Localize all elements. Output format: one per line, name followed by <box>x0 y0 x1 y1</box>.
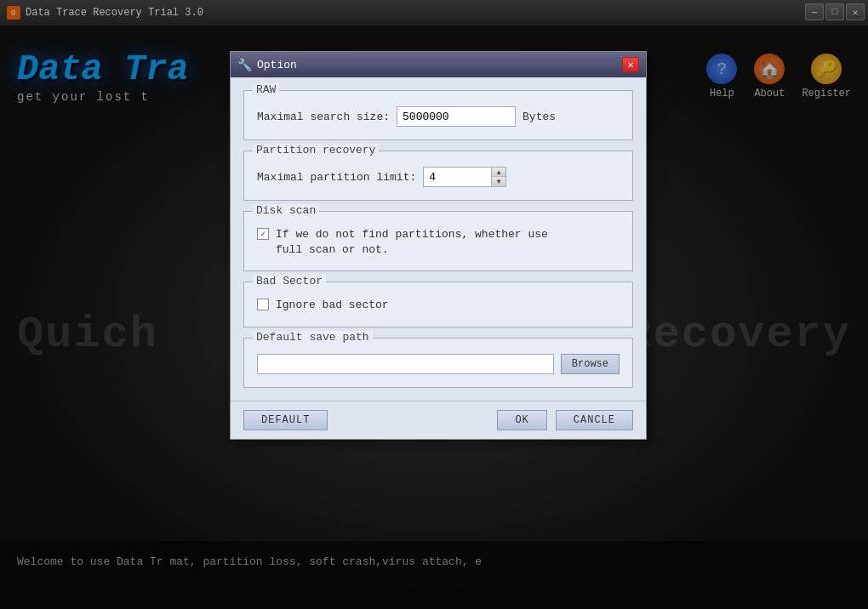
save-path-input[interactable] <box>257 354 554 374</box>
bad-sector-label: Bad Sector <box>253 275 326 287</box>
bytes-label: Bytes <box>523 111 556 123</box>
spinner-down-button[interactable]: ▼ <box>492 177 505 186</box>
ignore-bad-sector-label: Ignore bad sector <box>276 298 389 313</box>
browse-button[interactable]: Browse <box>561 354 620 374</box>
default-save-path-section: Default save path Browse <box>243 338 633 388</box>
cancel-button[interactable]: CANCLE <box>556 410 633 430</box>
disk-scan-checkbox-label: If we do not find partitions, whether us… <box>276 227 548 258</box>
ignore-bad-sector-checkbox[interactable] <box>257 299 269 310</box>
spinner-buttons: ▲ ▼ <box>491 167 506 187</box>
save-path-row: Browse <box>257 354 620 374</box>
bad-sector-section: Bad Sector Ignore bad sector <box>243 282 633 327</box>
raw-section: RAW Maximal search size: Bytes <box>243 90 633 140</box>
bad-sector-checkbox-row: Ignore bad sector <box>257 298 620 313</box>
spinner-up-button[interactable]: ▲ <box>492 168 505 177</box>
maximal-search-size-input[interactable] <box>397 106 516 127</box>
partition-recovery-label: Partition recovery <box>253 144 379 157</box>
raw-field-row: Maximal search size: Bytes <box>257 106 620 127</box>
dialog-footer: DEFAULT OK CANCLE <box>231 401 646 439</box>
partition-field-row: Maximal partition limit: ▲ ▼ <box>257 167 620 187</box>
default-save-path-label: Default save path <box>253 331 373 344</box>
maximal-search-size-label: Maximal search size: <box>257 111 390 123</box>
maximal-partition-limit-label: Maximal partition limit: <box>257 171 416 184</box>
disk-scan-label: Disk scan <box>253 204 319 217</box>
option-dialog: 🔧 Option ✕ RAW Maximal search size: Byte… <box>230 51 647 440</box>
dialog-title-bar: 🔧 Option ✕ <box>231 52 646 77</box>
default-button[interactable]: DEFAULT <box>243 410 328 430</box>
partition-recovery-section: Partition recovery Maximal partition lim… <box>243 151 633 201</box>
disk-scan-section: Disk scan If we do not find partitions, … <box>243 211 633 271</box>
raw-section-label: RAW <box>253 83 279 96</box>
footer-center-buttons: OK CANCLE <box>497 410 633 430</box>
disk-scan-checkbox[interactable] <box>257 228 269 240</box>
disk-scan-checkbox-row: If we do not find partitions, whether us… <box>257 227 620 258</box>
ok-button[interactable]: OK <box>497 410 546 430</box>
dialog-close-button[interactable]: ✕ <box>622 57 639 72</box>
partition-limit-input[interactable] <box>423 167 491 187</box>
dialog-title: Option <box>257 59 617 71</box>
dialog-body: RAW Maximal search size: Bytes Partition… <box>231 77 646 401</box>
partition-limit-spinner: ▲ ▼ <box>423 167 506 187</box>
dialog-icon: 🔧 <box>237 58 252 72</box>
